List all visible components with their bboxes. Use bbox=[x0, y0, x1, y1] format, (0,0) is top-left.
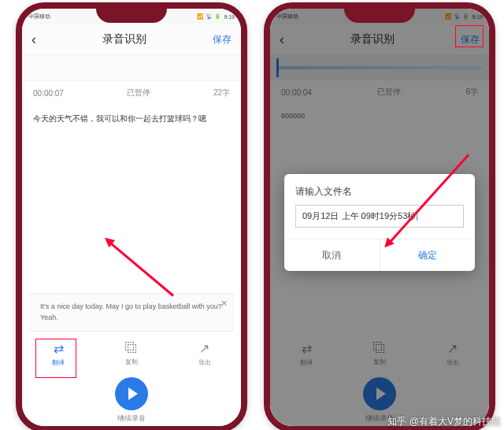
notch bbox=[96, 9, 167, 23]
close-icon[interactable]: ✕ bbox=[220, 297, 228, 310]
copy-icon: ⿻ bbox=[125, 341, 138, 355]
status-right: 📶 📡 🔋 9:19 bbox=[197, 13, 235, 20]
cancel-button[interactable]: 取消 bbox=[284, 239, 380, 271]
export-button[interactable]: ↗导出 bbox=[168, 332, 241, 376]
play-button[interactable] bbox=[115, 377, 148, 410]
carrier: 中国移动 bbox=[28, 13, 50, 20]
filename-input[interactable]: 09月12日 上午 09时19分53秒| bbox=[295, 205, 464, 228]
translation-panel: ✕ It's a nice day today. May I go to pla… bbox=[30, 293, 233, 332]
state: 已暂停 bbox=[127, 87, 150, 98]
bottom-bar: ⇄翻译 ⿻复制 ↗导出 继续录音 bbox=[22, 332, 241, 426]
dialog-title: 请输入文件名 bbox=[284, 174, 475, 205]
notch bbox=[344, 9, 415, 23]
filename-dialog: 请输入文件名 09月12日 上午 09时19分53秒| 取消 确定 bbox=[284, 174, 475, 271]
translation-text: It's a nice day today. May I go to play … bbox=[40, 302, 222, 321]
char-count: 22字 bbox=[213, 87, 230, 98]
export-icon: ↗ bbox=[199, 341, 209, 356]
watermark: 知乎 @有着大V梦的科技熊 bbox=[387, 415, 501, 428]
translate-button[interactable]: ⇄翻译 bbox=[22, 332, 95, 376]
continue-label: 继续录音 bbox=[22, 413, 241, 424]
phone-right: 中国移动 📶 📡 🔋 9:19 ‹ 录音识别 保存 00:00:04 已暂停 6… bbox=[264, 2, 495, 430]
header: ‹ 录音识别 保存 bbox=[22, 24, 241, 55]
transcript-text: 今天的天气不错，我可以和你一起去打篮球吗？嗯 bbox=[22, 105, 241, 132]
save-button[interactable]: 保存 bbox=[213, 33, 232, 46]
translate-icon: ⇄ bbox=[54, 341, 64, 356]
phone-left: 中国移动 📶 📡 🔋 9:19 ‹ 录音识别 保存 00:00:07 已暂停 2… bbox=[16, 2, 247, 430]
info-row: 00:00:07 已暂停 22字 bbox=[22, 81, 241, 105]
back-icon[interactable]: ‹ bbox=[32, 32, 36, 48]
confirm-button[interactable]: 确定 bbox=[380, 239, 476, 271]
waveform bbox=[22, 55, 241, 81]
copy-button[interactable]: ⿻复制 bbox=[95, 332, 169, 376]
page-title: 录音识别 bbox=[102, 32, 146, 46]
timestamp: 00:00:07 bbox=[33, 89, 64, 98]
